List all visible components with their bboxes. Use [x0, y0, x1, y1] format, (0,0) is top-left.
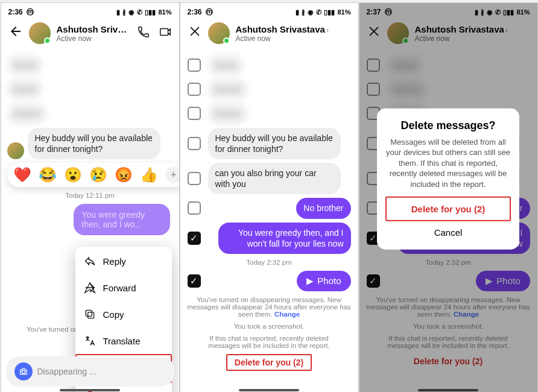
contact-name-block[interactable]: Ashutosh Srivast...› Active now	[57, 24, 131, 43]
dialog-body: Messages will be deleted from all your d…	[385, 136, 511, 189]
delete-for-you-button[interactable]: Delete for you (2)	[226, 354, 312, 371]
reaction-angry[interactable]: 😡	[115, 166, 133, 183]
battery-text: 81%	[158, 8, 171, 16]
menu-copy[interactable]: Copy	[75, 301, 172, 327]
vibrate-icon: ▮	[116, 8, 120, 16]
clock-time: 2:36	[8, 8, 23, 16]
delete-confirm-dialog: Delete messages? Messages will be delete…	[377, 108, 519, 250]
screenshot-panel-3: 2:37ⓜ ▮∦◉✆▯▮▮81% Ashutosh Srivastava›Act…	[359, 2, 538, 392]
report-notice: If this chat is reported, recently delet…	[198, 335, 340, 349]
reaction-wow[interactable]: 😮	[64, 166, 82, 183]
reaction-picker: ❤️ 😂 😮 😢 😡 👍 +	[7, 163, 179, 187]
svg-rect-0	[87, 312, 93, 318]
camera-icon[interactable]	[14, 362, 33, 381]
change-link[interactable]: Change	[274, 311, 300, 318]
screenshot-panel-1: 2:36 ⓜ ▮ ∦ ◉ ✆ ▯▮▮ 81% Ashutosh Srivast.…	[1, 2, 180, 392]
signal-icon: ▯▮▮	[145, 8, 156, 16]
message-blurred: xxxxx	[7, 79, 43, 100]
message-input-bar[interactable]: Disappearing ...	[6, 356, 174, 387]
message-blurred: xxxxxx	[7, 103, 47, 124]
select-checkbox-checked[interactable]: ✓	[188, 232, 201, 245]
select-checkbox[interactable]	[188, 83, 201, 96]
message-bubble-outgoing-obscured: You were greedy then, and I wo...	[74, 204, 170, 235]
message-bubble-outgoing[interactable]: You were greedy then, and I won't fall f…	[218, 223, 351, 254]
select-checkbox[interactable]	[188, 58, 201, 72]
timestamp-label: Today 2:32 pm	[186, 259, 352, 266]
nav-pill	[60, 389, 120, 391]
chat-header: Ashutosh Srivast...› Active now	[1, 17, 179, 49]
menu-reply[interactable]: Reply	[75, 248, 172, 274]
reaction-heart[interactable]: ❤️	[13, 166, 31, 183]
dialog-delete-button[interactable]: Delete for you (2)	[385, 197, 511, 221]
screenshot-panel-2: 2:36ⓜ ▮∦◉✆▯▮▮81% Ashutosh Srivastava› Ac…	[180, 2, 359, 392]
menu-translate[interactable]: Translate	[75, 327, 172, 354]
message-bubble-incoming[interactable]: Hey buddy will you be available for dinn…	[208, 128, 341, 159]
input-placeholder: Disappearing ...	[37, 367, 97, 376]
audio-call-icon[interactable]	[137, 25, 150, 41]
select-checkbox[interactable]	[188, 107, 201, 120]
call-icon: ✆	[137, 8, 142, 16]
message-bubble-incoming[interactable]: Hey buddy will you be available for dinn…	[28, 128, 160, 159]
svg-point-3	[22, 370, 25, 373]
contact-avatar[interactable]	[208, 22, 230, 44]
timestamp-label: Today 12:11 pm	[7, 192, 173, 199]
contact-name-block[interactable]: Ashutosh Srivastava› Active now	[236, 24, 351, 43]
photo-message-button[interactable]: ▶ Photo	[297, 271, 350, 291]
dialog-title: Delete messages?	[385, 119, 511, 131]
select-checkbox[interactable]	[188, 137, 201, 150]
message-bubble-outgoing[interactable]: No brother	[296, 198, 350, 218]
reaction-more-icon[interactable]: +	[165, 166, 179, 183]
select-checkbox[interactable]	[188, 201, 201, 215]
reaction-laugh[interactable]: 😂	[39, 166, 57, 183]
disappearing-notice: You've turned on disappearing messages. …	[186, 296, 352, 318]
dialog-cancel-button[interactable]: Cancel	[385, 221, 511, 244]
nav-pill	[239, 389, 299, 391]
status-bar: 2:36 ⓜ ▮ ∦ ◉ ✆ ▯▮▮ 81%	[1, 3, 179, 17]
menu-forward[interactable]: Forward	[75, 274, 172, 301]
message-bubble-incoming[interactable]: can you also bring your car with you	[208, 163, 341, 194]
message-blurred: xxxxx	[7, 55, 43, 75]
play-icon: ▶	[306, 276, 314, 286]
video-call-icon[interactable]	[159, 25, 172, 41]
reaction-sad[interactable]: 😢	[89, 166, 107, 183]
gmail-icon: ⓜ	[27, 7, 34, 17]
online-indicator	[44, 37, 51, 44]
bluetooth-icon: ∦	[122, 8, 126, 16]
select-checkbox-checked[interactable]: ✓	[188, 274, 201, 288]
reaction-like[interactable]: 👍	[140, 166, 158, 183]
select-checkbox[interactable]	[188, 172, 201, 185]
status-bar: 2:36ⓜ ▮∦◉✆▯▮▮81%	[180, 3, 358, 17]
contact-avatar[interactable]	[29, 22, 51, 44]
screenshot-notice: You took a screenshot.	[186, 323, 352, 330]
close-icon[interactable]	[188, 25, 202, 42]
svg-rect-1	[86, 310, 92, 316]
sender-avatar	[7, 142, 24, 159]
wifi-icon: ◉	[128, 8, 134, 16]
back-arrow-icon[interactable]	[8, 24, 23, 42]
